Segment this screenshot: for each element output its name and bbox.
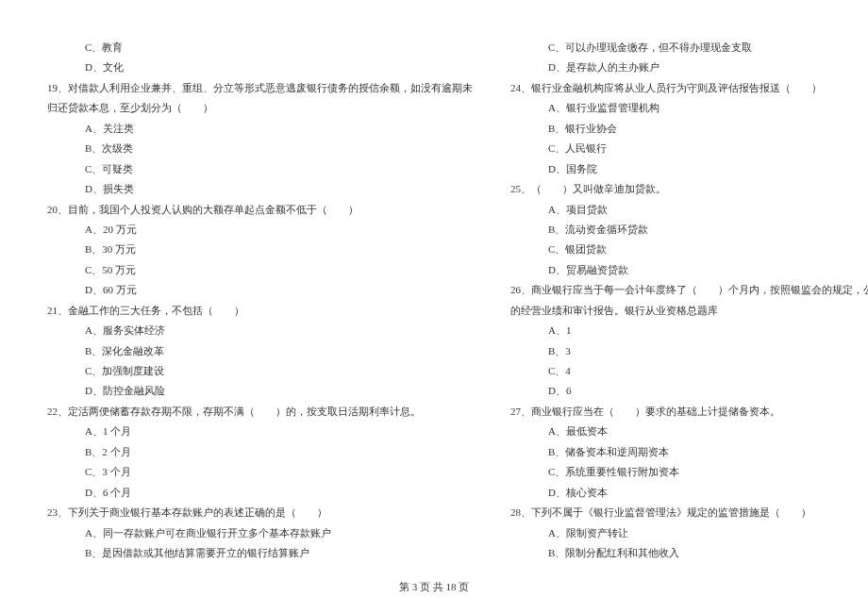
right-column: C、可以办理现金缴存，但不得办理现金支取 D、是存款人的主办账户 24、银行业金… — [510, 38, 868, 566]
q27-option-b: B、储备资本和逆周期资本 — [510, 442, 868, 462]
q18-option-c: C、教育 — [47, 38, 473, 58]
q26-option-c: C、4 — [510, 361, 868, 381]
q20-option-c: C、50 万元 — [47, 260, 473, 280]
q21-option-d: D、防控金融风险 — [47, 381, 473, 401]
q19-text-line1: 19、对借款人利用企业兼并、重组、分立等形式恶意逃废银行债务的授信余额，如没有逾… — [47, 78, 473, 98]
q19-text-line2: 归还贷款本息，至少划分为（ ） — [47, 98, 473, 118]
q21-option-c: C、加强制度建设 — [47, 361, 473, 381]
q19-option-c: C、可疑类 — [47, 159, 473, 179]
q20-option-b: B、30 万元 — [47, 240, 473, 259]
q22-option-c: C、3 个月 — [47, 462, 473, 482]
q26-option-a: A、1 — [510, 321, 868, 340]
q26-option-b: B、3 — [510, 341, 868, 361]
q20-text: 20、目前，我国个人投资人认购的大额存单起点金额不低于（ ） — [47, 200, 473, 220]
q27-option-c: C、系统重要性银行附加资本 — [510, 462, 868, 482]
q28-option-a: A、限制资产转让 — [510, 523, 868, 543]
q19-option-b: B、次级类 — [47, 139, 473, 158]
q19-option-a: A、关注类 — [47, 119, 473, 139]
q22-text: 22、定活两便储蓄存款存期不限，存期不满（ ）的，按支取日活期利率计息。 — [47, 402, 473, 422]
q22-option-d: D、6 个月 — [47, 483, 473, 503]
q24-option-b: B、银行业协会 — [510, 119, 868, 139]
q25-option-c: C、银团贷款 — [510, 240, 868, 259]
q20-option-d: D、60 万元 — [47, 280, 473, 300]
q25-option-a: A、项目贷款 — [510, 200, 868, 220]
q23-text: 23、下列关于商业银行基本存款账户的表述正确的是（ ） — [47, 503, 473, 522]
q27-text: 27、商业银行应当在（ ）要求的基础上计提储备资本。 — [510, 402, 868, 422]
q24-option-c: C、人民银行 — [510, 139, 868, 158]
q26-text-line2: 的经营业绩和审计报告。银行从业资格总题库 — [510, 301, 868, 321]
q25-option-d: D、贸易融资贷款 — [510, 260, 868, 280]
q18-option-d: D、文化 — [47, 58, 473, 77]
q26-option-d: D、6 — [510, 381, 868, 401]
two-column-layout: C、教育 D、文化 19、对借款人利用企业兼并、重组、分立等形式恶意逃废银行债务… — [47, 38, 821, 566]
q28-text: 28、下列不属于《银行业监督管理法》规定的监管措施是（ ） — [510, 503, 868, 522]
q25-text: 25、（ ）又叫做辛迪加贷款。 — [510, 179, 868, 199]
q26-text-line1: 26、商业银行应当于每一会计年度终了（ ）个月内，按照银监会的规定，公布其上一年… — [510, 280, 868, 300]
q23-option-a: A、同一存款账户可在商业银行开立多个基本存款账户 — [47, 523, 473, 543]
q24-text: 24、银行业金融机构应将从业人员行为守则及评估报告报送（ ） — [510, 78, 868, 98]
q24-option-a: A、银行业监督管理机构 — [510, 98, 868, 118]
q23-option-b: B、是因借款或其他结算需要开立的银行结算账户 — [47, 543, 473, 563]
page-footer: 第 3 页 共 18 页 — [0, 580, 868, 594]
q22-option-b: B、2 个月 — [47, 442, 473, 462]
q21-option-a: A、服务实体经济 — [47, 321, 473, 340]
q27-option-a: A、最低资本 — [510, 422, 868, 441]
q19-option-d: D、损失类 — [47, 179, 473, 199]
q23-option-d: D、是存款人的主办账户 — [510, 58, 868, 77]
q24-option-d: D、国务院 — [510, 159, 868, 179]
q20-option-a: A、20 万元 — [47, 220, 473, 240]
q23-option-c: C、可以办理现金缴存，但不得办理现金支取 — [510, 38, 868, 58]
left-column: C、教育 D、文化 19、对借款人利用企业兼并、重组、分立等形式恶意逃废银行债务… — [47, 38, 473, 566]
q27-option-d: D、核心资本 — [510, 483, 868, 503]
q21-text: 21、金融工作的三大任务，不包括（ ） — [47, 301, 473, 321]
q28-option-b: B、限制分配红利和其他收入 — [510, 543, 868, 563]
q22-option-a: A、1 个月 — [47, 422, 473, 441]
q21-option-b: B、深化金融改革 — [47, 341, 473, 361]
q25-option-b: B、流动资金循环贷款 — [510, 220, 868, 240]
